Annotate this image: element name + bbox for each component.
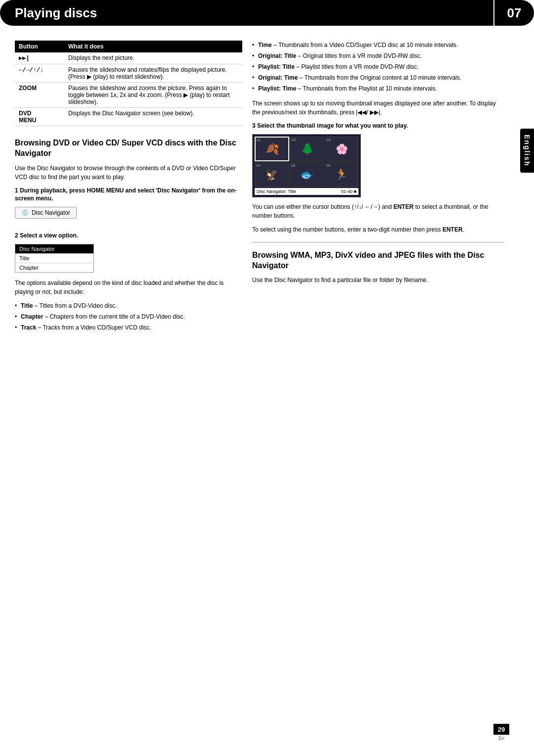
step1-heading: 1 During playback, press HOME MENU and s… <box>15 187 242 203</box>
table-header-button: Button <box>15 41 64 52</box>
header-title-area: Playing discs <box>0 0 493 26</box>
list-item-chapter: Chapter – Chapters from the current titl… <box>15 312 242 321</box>
thumbnail-cell-06[interactable]: 06 🏃 <box>324 162 358 187</box>
browsing-section-heading: Browsing DVD or Video CD/ Super VCD disc… <box>15 138 242 159</box>
page-number-area: 29 En <box>493 724 509 741</box>
table-cell-button: DVDMENU <box>15 108 64 126</box>
header-number-area: 07 <box>494 0 534 26</box>
thumbnail-cell-03[interactable]: 03 🌸 <box>325 137 358 161</box>
page-number: 29 <box>493 724 509 735</box>
thumbnail-label-bar: Disc Navigator: Title 01-40 ■ <box>255 188 358 195</box>
page-lang: En <box>498 736 504 741</box>
wma-section-heading: Browsing WMA, MP3, DivX video and JPEG f… <box>252 250 504 271</box>
main-content: Button What it does ▶▶| Displays the nex… <box>0 41 534 338</box>
step2-heading: 2 Select a view option. <box>15 232 242 240</box>
options-bullet-list: Title – Titles from a DVD-Video disc. Ch… <box>15 301 242 332</box>
button-table: Button What it does ▶▶| Displays the nex… <box>15 41 242 126</box>
view-option-chapter[interactable]: Chapter <box>15 263 93 272</box>
table-cell-button: ▶▶| <box>15 52 64 64</box>
header-bar: Playing discs 07 <box>0 0 534 26</box>
thumbnail-cell-02[interactable]: 02 🌲 <box>290 137 324 161</box>
page-container: Playing discs 07 English Button What it … <box>0 0 534 756</box>
disc-nav-icon: 💿 <box>21 209 29 216</box>
thumbnail-grid: 01 🍂 02 🌲 03 🌸 04 🦅 <box>252 134 361 197</box>
thumbnail-row-2: 04 🦅 05 🐟 06 🏃 <box>255 162 358 187</box>
table-header-what: What it does <box>64 41 242 52</box>
thumbnail-cell-04[interactable]: 04 🦅 <box>255 162 289 187</box>
table-cell-desc: Displays the next picture. <box>64 52 242 64</box>
view-option-title[interactable]: Title <box>15 254 93 263</box>
list-item-track: Track – Tracks from a Video CD/Super VCD… <box>15 323 242 332</box>
cursor-note: You can use either the cursor buttons (↑… <box>252 202 504 220</box>
view-option-disc-navigator[interactable]: Disc Navigator <box>15 244 93 254</box>
list-item-playlist-time: Playlist: Time – Thumbnails from the Pla… <box>252 84 504 93</box>
table-cell-button: ZOOM <box>15 83 64 108</box>
table-row: DVDMENU Displays the Disc Navigator scre… <box>15 108 242 126</box>
side-tab-label: English <box>523 135 531 167</box>
list-item-playlist-title: Playlist: Title – Playlist titles from a… <box>252 62 504 71</box>
table-cell-desc: Pauses the slideshow and rotates/flips t… <box>64 64 242 83</box>
thumbnail-label-left: Disc Navigator: Title <box>257 189 296 194</box>
table-row: ZOOM Pauses the slideshow and zooms the … <box>15 83 242 108</box>
table-row: ▶▶| Displays the next picture. <box>15 52 242 64</box>
separator <box>252 242 504 242</box>
options-note: The options available depend on the kind… <box>15 279 242 296</box>
table-cell-desc: Displays the Disc Navigator screen (see … <box>64 108 242 126</box>
list-item-original-title: Original: Title – Original titles from a… <box>252 51 504 60</box>
number-note: To select using the number buttons, ente… <box>252 225 504 234</box>
table-row: ←/→/↑/↓ Pauses the slideshow and rotates… <box>15 64 242 83</box>
chapter-number: 07 <box>507 5 522 21</box>
table-cell-desc: Pauses the slideshow and zooms the pictu… <box>64 83 242 108</box>
page-title: Playing discs <box>15 5 97 21</box>
view-option-box: Disc Navigator Title Chapter <box>15 244 94 273</box>
right-bullet-list: Time – Thumbnails from a Video CD/Super … <box>252 41 504 93</box>
side-tab: English <box>520 129 534 173</box>
disc-navigator-button[interactable]: 💿 Disc Navigator <box>15 207 77 219</box>
thumbnail-label-right: 01-40 ■ <box>341 189 356 194</box>
list-item-time: Time – Thumbnails from a Video CD/Super … <box>252 41 504 49</box>
thumbnail-cell-01[interactable]: 01 🍂 <box>255 137 289 161</box>
thumbnail-cell-05[interactable]: 05 🐟 <box>290 162 324 187</box>
left-column: Button What it does ▶▶| Displays the nex… <box>15 41 242 338</box>
browsing-intro: Use the Disc Navigator to browse through… <box>15 164 242 182</box>
screen-note: The screen shows up to six moving thumbn… <box>252 99 504 117</box>
thumbnail-row-1: 01 🍂 02 🌲 03 🌸 <box>255 137 358 161</box>
wma-section-body: Use the Disc Navigator to find a particu… <box>252 276 504 284</box>
disc-nav-label: Disc Navigator <box>32 209 70 216</box>
step3-heading: 3 Select the thumbnail image for what yo… <box>252 122 504 130</box>
table-cell-button: ←/→/↑/↓ <box>15 64 64 83</box>
list-item-original-time: Original: Time – Thumbnails from the Ori… <box>252 73 504 82</box>
list-item-title: Title – Titles from a DVD-Video disc. <box>15 301 242 310</box>
right-column: Time – Thumbnails from a Video CD/Super … <box>252 41 524 338</box>
